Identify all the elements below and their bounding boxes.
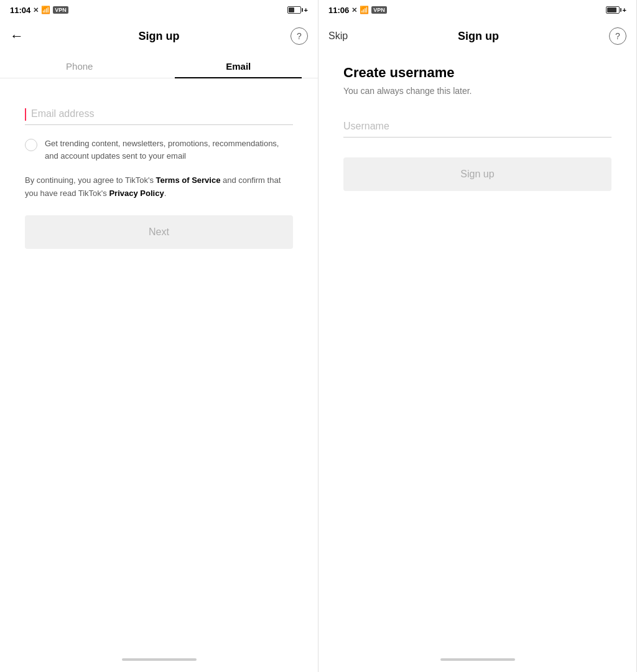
back-button[interactable]: ← [10,28,24,44]
nav-left-area: ← [10,28,24,44]
create-username-title: Create username [343,65,611,81]
home-indicator-right [440,658,515,661]
screen-bottom-right [318,658,636,672]
nav-title-left: Sign up [139,30,180,43]
vpn-badge-left: VPN [53,6,68,14]
home-indicator-left [122,658,197,661]
charging-icon-left: + [304,6,308,14]
terms-text: By continuing, you agree to TikTok's Ter… [25,174,293,200]
terms-of-service-link[interactable]: Terms of Service [156,175,221,185]
tab-phone[interactable]: Phone [0,55,159,78]
screen-left: 11:04 ✕ 📶 VPN + ← Sign up ? Phone Email [0,0,318,672]
create-username-subtitle: You can always change this later. [343,86,611,96]
newsletter-checkbox[interactable] [25,139,37,151]
charging-icon-right: + [623,6,626,14]
battery-fill-right [607,7,616,12]
status-bar-right: 11:06 ✕ 📶 VPN + [318,0,636,20]
help-button-right[interactable]: ? [609,27,626,45]
time-right: 11:06 [328,6,349,15]
signup-button[interactable]: Sign up [343,157,611,191]
x-icon-right: ✕ [351,6,357,14]
create-username-section: Create username You can always change th… [318,55,636,201]
tab-email[interactable]: Email [159,55,318,78]
nav-bar-left: ← Sign up ? [0,20,318,55]
skip-button[interactable]: Skip [328,30,348,42]
email-input[interactable] [25,103,293,125]
battery-icon-right [606,6,620,14]
status-right-left: + [287,6,308,14]
newsletter-checkbox-row: Get trending content, newsletters, promo… [25,138,293,162]
x-icon-left: ✕ [33,6,39,14]
battery-fill-left [289,7,294,12]
username-input[interactable] [343,116,611,138]
help-button-left[interactable]: ? [291,27,308,45]
status-time-right: 11:06 ✕ 📶 VPN [328,6,387,15]
terms-suffix: . [164,189,167,198]
time-left: 11:04 [10,6,30,15]
screen-bottom-left [0,658,318,672]
username-input-group [343,116,611,138]
status-time-left: 11:04 ✕ 📶 VPN [10,6,68,15]
vpn-badge-right: VPN [371,6,387,14]
next-button[interactable]: Next [25,215,293,249]
tabs-container: Phone Email [0,55,318,78]
wifi-icon-left: 📶 [41,6,50,14]
privacy-policy-link[interactable]: Privacy Policy [109,189,164,198]
email-input-group [25,103,293,125]
terms-prefix: By continuing, you agree to TikTok's [25,175,156,185]
wifi-icon-right: 📶 [360,6,369,14]
newsletter-label: Get trending content, newsletters, promo… [45,138,293,162]
battery-icon-left [287,6,301,14]
text-cursor [25,108,26,121]
status-right-right: + [606,6,626,14]
status-bar-left: 11:04 ✕ 📶 VPN + [0,0,318,20]
nav-bar-right: Skip Sign up ? [318,20,636,55]
screen-right: 11:06 ✕ 📶 VPN + Skip Sign up ? Create us… [318,0,637,672]
nav-title-right: Sign up [348,30,609,43]
content-left: Get trending content, newsletters, promo… [0,93,318,658]
